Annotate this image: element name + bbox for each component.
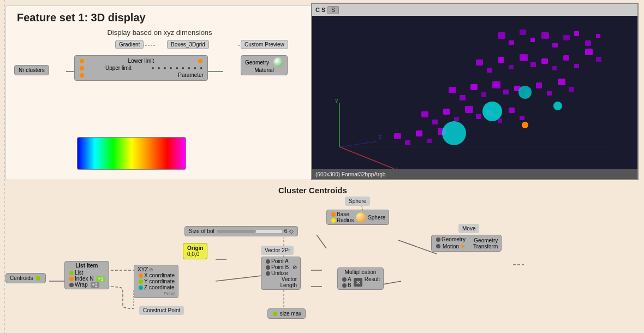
svg-rect-55 <box>509 108 515 113</box>
gradient-bar <box>77 137 186 170</box>
move-transform-node[interactable]: Geometry Motion ➤ Geometry Transform <box>431 235 502 252</box>
radius-port <box>331 218 336 223</box>
origin-node[interactable]: Origin 0,0,0 <box>183 243 207 259</box>
svg-rect-13 <box>498 32 505 39</box>
pointb-port <box>266 265 270 270</box>
vector2pt-node[interactable]: Point A Point B ⊘ Unitize Vector Length <box>261 257 301 290</box>
svg-rect-21 <box>585 40 591 46</box>
feature-panel: Feature set 1: 3D display Display based … <box>5 5 314 180</box>
svg-rect-38 <box>481 92 486 97</box>
color-ramp-node[interactable]: Lower limit Upper limit ● ● ● ● ● ● ● ● … <box>74 55 208 81</box>
sphere-inner: Base Radius Sphere <box>330 211 385 223</box>
viewport-btn[interactable]: S <box>327 6 339 14</box>
svg-rect-57 <box>394 133 401 139</box>
nr-clusters-node[interactable]: Nr clusters <box>14 65 49 75</box>
svg-rect-36 <box>460 95 466 100</box>
svg-rect-33 <box>585 49 593 55</box>
material-label: Material <box>254 67 274 73</box>
svg-rect-30 <box>552 66 557 70</box>
move-inner: Geometry Motion ➤ Geometry Transform <box>435 236 498 250</box>
svg-rect-37 <box>470 84 478 90</box>
mult-x-icon: ✕ <box>354 278 362 287</box>
svg-point-66 <box>522 122 528 128</box>
custom-preview-node[interactable]: Custom Preview <box>241 40 288 49</box>
xyz-icon: ⊕ <box>149 267 153 272</box>
geometry-material-node[interactable]: Geometry Material <box>241 55 288 75</box>
sphere-icon <box>356 212 366 222</box>
svg-point-65 <box>553 102 562 110</box>
sphere-label-top: Sphere <box>345 197 370 206</box>
viewport-titlebar: C S S <box>312 4 637 16</box>
svg-rect-25 <box>498 57 504 63</box>
svg-point-62 <box>482 102 502 121</box>
svg-rect-45 <box>558 79 565 85</box>
viewport: C S S x y z <box>311 3 639 180</box>
xyz-point-node[interactable]: XYZ ⊕ X coordinate Y coordinate Z coordi… <box>134 265 178 298</box>
boxes3d-node[interactable]: Boxes_3Dgrid <box>167 40 209 49</box>
svg-rect-26 <box>509 65 514 69</box>
size-of-bol-node[interactable]: Size of bol 6 ◇ <box>184 226 298 236</box>
a-port <box>342 277 347 282</box>
list-item-inner: List Index N +1 Wrap +2 <box>68 270 105 288</box>
unitize-port <box>266 271 270 276</box>
svg-rect-14 <box>509 40 514 45</box>
motion-arrow-icon: ➤ <box>460 242 466 250</box>
viewport-statusbar: (600x300) Format32bppArgb <box>312 169 637 179</box>
svg-rect-50 <box>454 117 459 121</box>
svg-rect-31 <box>563 55 569 61</box>
multiplication-node[interactable]: Multiplication A B ✕ Result <box>337 267 384 290</box>
lower-limit-port <box>80 59 84 63</box>
lower-limit-row: Lower limit <box>79 57 204 64</box>
connection-icon: ⊘ <box>293 264 297 270</box>
svg-line-9 <box>339 141 378 147</box>
svg-point-63 <box>518 86 532 99</box>
scatter-svg: x y z <box>312 16 637 169</box>
feature-title: Feature set 1: 3D display <box>17 11 308 24</box>
y-port <box>139 280 143 284</box>
viewport-canvas: x y z <box>312 16 637 169</box>
svg-rect-54 <box>498 118 502 123</box>
geom-in-port <box>436 237 440 242</box>
b-port <box>342 283 347 288</box>
svg-line-70 <box>216 276 262 281</box>
centroids-node[interactable]: Centroids <box>5 273 46 283</box>
size-max-node[interactable]: size max <box>267 308 306 319</box>
svg-rect-52 <box>476 114 481 119</box>
material-sphere <box>273 57 283 67</box>
svg-rect-28 <box>530 62 536 67</box>
gradient-node[interactable]: Gradient <box>115 40 144 49</box>
centroids-port <box>36 276 40 281</box>
svg-text:x: x <box>395 165 398 169</box>
svg-rect-23 <box>476 60 483 66</box>
svg-rect-56 <box>520 116 524 120</box>
svg-rect-58 <box>405 140 410 145</box>
list-port <box>69 271 74 275</box>
lower-limit-out-port <box>198 59 202 63</box>
svg-rect-29 <box>541 58 548 64</box>
svg-rect-35 <box>449 87 456 93</box>
parameter-port <box>80 73 84 78</box>
svg-rect-27 <box>520 54 528 61</box>
list-item-node[interactable]: List Item List Index N +1 Wrap +2 <box>64 261 109 289</box>
svg-rect-59 <box>416 130 422 136</box>
sphere-node[interactable]: Base Radius Sphere <box>326 210 389 225</box>
svg-rect-39 <box>492 81 500 88</box>
svg-rect-24 <box>487 68 492 73</box>
size-slider[interactable] <box>217 230 282 233</box>
wrap-port <box>69 283 74 287</box>
base-port <box>331 212 336 217</box>
plus2-badge: +2 <box>91 282 99 288</box>
list-item-ports: List Index N +1 Wrap +2 <box>68 270 105 288</box>
connectors-svg <box>0 180 644 333</box>
xyz-header: XYZ ⊕ <box>138 266 175 272</box>
svg-rect-48 <box>432 120 438 124</box>
svg-line-75 <box>317 235 326 248</box>
construct-point-label: Construct Point <box>139 306 184 315</box>
plus1-badge: +1 <box>96 276 105 282</box>
svg-point-64 <box>442 121 466 145</box>
svg-rect-17 <box>541 32 549 39</box>
section-label: Cluster Centroids <box>278 186 347 195</box>
display-label: Display based on xyz dimensions <box>11 28 308 37</box>
svg-rect-46 <box>569 87 574 92</box>
mult-ports: A B ✕ Result <box>341 276 380 288</box>
